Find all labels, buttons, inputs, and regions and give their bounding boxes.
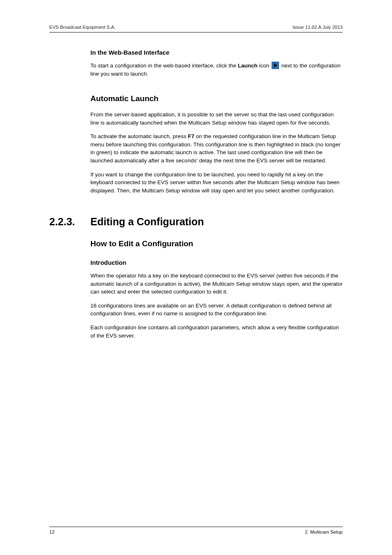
paragraph: To start a configuration in the web-base… <box>90 62 343 78</box>
header-left: EVS Broadcast Equipment S.A. <box>49 25 115 30</box>
page-footer: 12 2. Multicam Setup <box>49 527 343 534</box>
section-number: 2.2.3. <box>49 216 90 228</box>
launch-play-icon <box>272 62 279 69</box>
page: EVS Broadcast Equipment S.A. Issue 11.02… <box>0 0 392 555</box>
content-block-1: In the Web-Based Interface To start a co… <box>90 49 343 194</box>
paragraph: If you want to change the configuration … <box>90 171 343 195</box>
heading-introduction: Introduction <box>90 259 343 266</box>
paragraph: From the server-based application, it is… <box>90 111 343 127</box>
heading-editing-config: 2.2.3. Editing a Configuration <box>49 216 343 228</box>
content-block-2: How to Edit a Configuration Introduction… <box>90 239 343 340</box>
heading-web-interface: In the Web-Based Interface <box>90 49 343 56</box>
bold-launch: Launch <box>238 62 258 69</box>
section-title: Editing a Configuration <box>90 216 204 228</box>
paragraph: To activate the automatic launch, press … <box>90 132 343 164</box>
heading-how-to-edit: How to Edit a Configuration <box>90 239 343 248</box>
text-fragment: icon <box>258 62 271 69</box>
footer-right: 2. Multicam Setup <box>305 530 343 534</box>
text-fragment: To start a configuration in the web-base… <box>90 62 238 69</box>
header-right: Issue 11.02.A July 2013 <box>293 25 343 30</box>
page-number: 12 <box>49 530 55 534</box>
paragraph: 16 configurations lines are available on… <box>90 302 343 318</box>
paragraph: Each configuration line contains all con… <box>90 324 343 340</box>
heading-automatic-launch: Automatic Launch <box>90 94 343 103</box>
bold-f7: F7 <box>188 133 194 139</box>
text-fragment: To activate the automatic launch, press <box>90 133 188 139</box>
page-header: EVS Broadcast Equipment S.A. Issue 11.02… <box>49 25 343 32</box>
paragraph: When the operator hits a key on the keyb… <box>90 272 343 296</box>
